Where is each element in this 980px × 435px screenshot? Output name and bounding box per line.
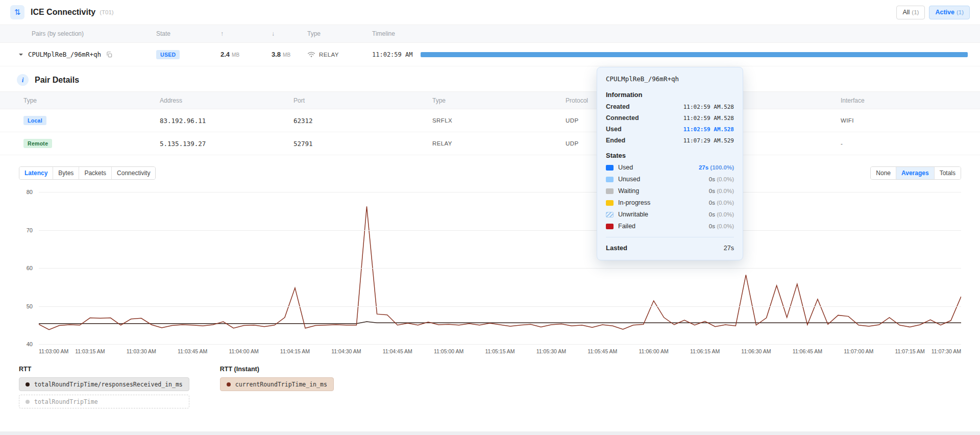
info-value: 11:07:29 AM.529	[683, 137, 734, 144]
filter-all-count: (1)	[912, 9, 919, 15]
local-badge: Local	[23, 116, 46, 125]
chart-plot[interactable]: 8070605040	[39, 192, 961, 344]
details-table-header: Type Address Port Type Protocol Interfac…	[0, 91, 980, 109]
x-axis-tick-label: 11:04:00 AM	[229, 348, 258, 354]
state-duration: 0s	[709, 188, 715, 194]
legend-group-rtt-instant: RTT (Instant) currentRoundTripTime_in_ms	[220, 366, 334, 395]
ice-connectivity-app: ⇅ ICE Connectivity (T01) All (1) Active …	[0, 0, 980, 431]
chart-tabs: Latency Bytes Packets Connectivity	[19, 166, 156, 180]
info-row-ended: Ended 11:07:29 AM.529	[606, 137, 734, 144]
filter-active-count: (1)	[957, 9, 964, 15]
state-percent: (0.0%)	[717, 188, 734, 194]
page-title: ICE Connectivity	[31, 8, 95, 17]
bytes-sent-unit: MB	[232, 52, 239, 58]
timeline-cell: 11:02:59 AM	[372, 51, 968, 58]
info-label: Ended	[606, 137, 625, 144]
x-axis-tick-label: 11:06:45 AM	[793, 348, 822, 354]
filter-active-label: Active	[935, 9, 954, 16]
gridline	[39, 306, 961, 307]
state-duration: 27s	[699, 164, 708, 171]
sort-arrows-icon: ⇅	[14, 8, 21, 17]
pair-state-cell: USED	[156, 50, 220, 59]
state-color-chip	[606, 224, 614, 229]
remote-address: 5.135.139.27	[160, 140, 293, 148]
view-averages[interactable]: Averages	[896, 167, 935, 179]
y-axis-tick-label: 50	[27, 303, 33, 309]
filter-active-button[interactable]: Active (1)	[929, 6, 970, 19]
legend-item-total-rtt-per-response[interactable]: totalRoundTripTime/responsesReceived_in_…	[19, 377, 189, 391]
pair-type-cell: RELAY	[307, 51, 372, 58]
legend-item-total-rtt[interactable]: totalRoundTripTime	[19, 395, 189, 408]
state-duration: 0s	[709, 223, 715, 229]
info-label: Used	[606, 126, 622, 133]
legend-group-rtt-instant-title: RTT (Instant)	[220, 366, 334, 373]
series-dot	[26, 382, 30, 386]
sort-toggle-button[interactable]: ⇅	[10, 5, 24, 19]
x-axis-tick-label: 11:05:00 AM	[434, 348, 463, 354]
chart-legend: RTT totalRoundTripTime/responsesReceived…	[19, 366, 980, 412]
info-icon: i	[17, 74, 29, 86]
state-color-chip	[606, 177, 614, 182]
pair-type-label: RELAY	[319, 52, 339, 58]
tab-connectivity[interactable]: Connectivity	[112, 167, 155, 179]
series-dot	[227, 382, 231, 386]
copy-icon[interactable]	[106, 51, 113, 58]
gridline	[39, 268, 961, 269]
x-axis-tick-label: 11:05:30 AM	[536, 348, 566, 354]
upload-arrow-icon: ↑	[220, 30, 272, 37]
pair-row[interactable]: CPULMplReB_/96mR+qh USED 2.4 MB 3.8 MB R…	[0, 43, 980, 66]
col-state: State	[156, 30, 220, 37]
expand-caret-icon[interactable]	[18, 52, 23, 57]
header: ⇅ ICE Connectivity (T01) All (1) Active …	[0, 0, 980, 25]
remote-candidate-type: RELAY	[432, 140, 566, 147]
x-axis-tick-label: 11:04:15 AM	[280, 348, 310, 354]
chart-view-toggle: None Averages Totals	[870, 166, 961, 180]
state-percent: (100.0%)	[710, 164, 734, 171]
view-none[interactable]: None	[871, 167, 896, 179]
tab-bytes[interactable]: Bytes	[53, 167, 79, 179]
x-axis-tick-label: 11:06:15 AM	[690, 348, 720, 354]
timeline-used-bar[interactable]	[421, 52, 968, 57]
info-value: 11:02:59 AM.528	[683, 126, 734, 133]
x-axis-tick-label: 11:04:30 AM	[331, 348, 361, 354]
state-row-waiting: Waiting 0s (0.0%)	[606, 187, 734, 195]
remote-badge: Remote	[23, 139, 52, 148]
info-value: 11:02:59 AM.528	[683, 104, 734, 110]
local-port: 62312	[293, 117, 432, 125]
latency-chart: 8070605040	[0, 192, 961, 344]
filter-all-button[interactable]: All (1)	[896, 6, 925, 19]
x-axis-tick-label: 11:07:30 AM	[932, 348, 961, 354]
timeline-start-time: 11:02:59 AM	[372, 51, 412, 58]
legend-rtt-items: totalRoundTripTime/responsesReceived_in_…	[19, 377, 189, 408]
col-timeline: Timeline	[372, 30, 968, 37]
pair-name-cell[interactable]: CPULMplReB_/96mR+qh	[18, 51, 156, 58]
state-duration: 0s	[709, 176, 715, 182]
legend-item-current-rtt[interactable]: currentRoundTripTime_in_ms	[220, 377, 334, 391]
gridline	[39, 192, 961, 192]
tab-latency[interactable]: Latency	[19, 167, 53, 179]
remote-interface: -	[841, 140, 968, 147]
state-label: Failed	[618, 223, 635, 230]
local-interface: WIFI	[841, 117, 968, 124]
view-totals[interactable]: Totals	[935, 167, 961, 179]
x-axis-tick-label: 11:05:45 AM	[587, 348, 617, 354]
bytes-received-cell: 3.8 MB	[272, 51, 307, 58]
page-tag: (T01)	[100, 9, 113, 15]
col-type: Type	[307, 30, 372, 37]
state-color-chip	[606, 188, 614, 194]
state-row-in-progress: In-progress 0s (0.0%)	[606, 199, 734, 206]
x-axis-tick-label: 11:03:00 AM	[39, 348, 68, 354]
legend-group-rtt-title: RTT	[19, 366, 189, 373]
state-color-chip	[606, 165, 614, 171]
x-axis-tick-label: 11:05:15 AM	[485, 348, 514, 354]
pairs-table-header: Pairs (by selection) State ↑ ↓ Type Time…	[0, 25, 980, 43]
state-label: Unused	[618, 176, 640, 183]
state-row-used: Used 27s (100.0%)	[606, 164, 734, 171]
state-label: In-progress	[618, 199, 650, 206]
x-axis-tick-label: 11:03:15 AM	[75, 348, 105, 354]
tab-packets[interactable]: Packets	[79, 167, 112, 179]
legend-item-label: totalRoundTripTime/responsesReceived_in_…	[34, 381, 183, 388]
state-percent: (0.0%)	[717, 176, 734, 182]
col-pairs: Pairs (by selection)	[18, 30, 156, 37]
download-arrow-icon: ↓	[272, 30, 307, 37]
